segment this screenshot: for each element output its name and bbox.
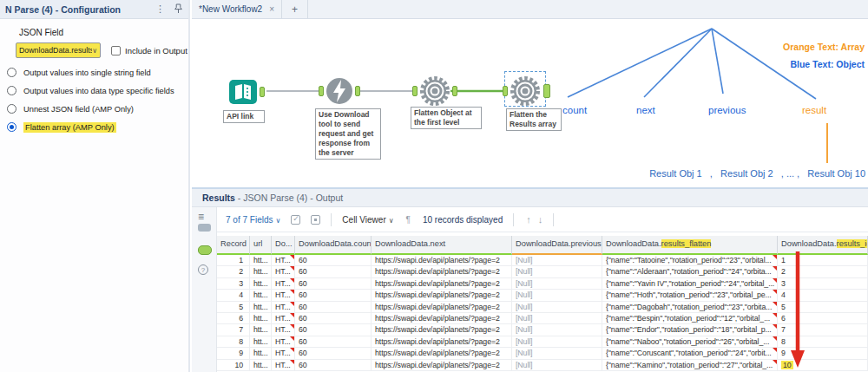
fields-dropdown[interactable]: 7 of 7 Fields∨ [226,215,280,225]
cell-headers[interactable]: HT... [272,302,295,312]
cell-url[interactable]: htt... [250,348,272,358]
whitespace-toggle-icon[interactable]: ¶ [406,215,411,225]
tool-annotation[interactable]: Flatten the Results array [506,108,562,131]
cell-idx[interactable]: 7 [778,324,868,335]
cell-viewer-dropdown[interactable]: Cell Viewer∨ [342,215,393,225]
cell-url[interactable]: htt... [250,266,272,277]
kebab-menu-icon[interactable]: ⋮ [155,3,165,15]
table-row[interactable]: 7htt...HT...60https://swapi.dev/api/plan… [217,324,868,336]
cell-previous[interactable]: [Null] [512,336,602,347]
cell-record[interactable]: 7 [217,324,250,335]
cell-idx[interactable]: 8 [778,336,868,347]
cell-next[interactable]: https://swapi.dev/api/planets/?page=2 [372,336,512,347]
tool-annotation[interactable]: Use Download tool to send request and ge… [315,108,381,160]
column-header-url[interactable]: url [250,236,272,255]
cell-headers[interactable]: HT... [272,336,295,347]
cell-previous[interactable]: [Null] [512,255,602,265]
table-row[interactable]: 5htt...HT...60https://swapi.dev/api/plan… [217,302,868,313]
cell-idx[interactable]: 10 [778,360,868,370]
cell-focus-icon[interactable] [311,215,320,225]
cell-headers[interactable]: HT... [272,290,295,300]
cell-previous[interactable]: [Null] [512,278,602,289]
cell-record[interactable]: 3 [217,278,250,289]
cell-flatten[interactable]: {"name":"Coruscant","rotation_period":"2… [602,348,778,358]
cell-record[interactable]: 10 [217,360,250,370]
table-row[interactable]: 2htt...HT...60https://swapi.dev/api/plan… [217,266,868,277]
cell-headers[interactable]: HT... [272,266,295,277]
cell-idx[interactable]: 3 [778,278,868,289]
cell-url[interactable]: htt... [250,255,272,265]
cell-record[interactable]: 2 [217,266,250,277]
output-anchor[interactable] [355,86,360,96]
radio-icon[interactable] [7,68,16,77]
radio-option-1[interactable]: Output values into single string field [7,67,183,78]
radio-icon[interactable] [7,122,16,132]
cell-previous[interactable]: [Null] [512,313,602,323]
tab-new-workflow2[interactable]: *New Workflow2 × [192,0,282,18]
cell-next[interactable]: https://swapi.dev/api/planets/?page=2 [372,313,512,323]
table-row[interactable]: 9htt...HT...60https://swapi.dev/api/plan… [217,348,868,359]
select-fields-icon[interactable] [291,215,300,225]
cell-previous[interactable]: [Null] [512,290,602,300]
table-row[interactable]: 1htt...HT...60https://swapi.dev/api/plan… [217,255,868,266]
cell-previous[interactable]: [Null] [512,360,602,370]
column-header-idx[interactable]: DownloadData.results_idx [778,236,868,255]
cell-flatten[interactable]: {"name":"Kamino","rotation_period":"27",… [602,360,778,370]
cell-previous[interactable]: [Null] [512,348,602,358]
cell-count[interactable]: 60 [295,290,372,300]
column-header-record[interactable]: Record [217,236,250,255]
cell-url[interactable]: htt... [250,290,272,300]
table-row[interactable]: 6htt...HT...60https://swapi.dev/api/plan… [217,313,868,324]
scroll-down-icon[interactable]: ↓ [538,214,543,225]
cell-next[interactable]: https://swapi.dev/api/planets/?page=2 [372,290,512,300]
tool-download[interactable] [325,76,354,109]
cell-url[interactable]: htt... [250,313,272,323]
metadata-icon[interactable]: ≡ [198,212,204,221]
cell-flatten[interactable]: {"name":"Hoth","rotation_period":"23","o… [602,290,778,300]
cell-headers[interactable]: HT... [272,313,295,323]
input-anchor[interactable] [319,86,324,96]
cell-next[interactable]: https://swapi.dev/api/planets/?page=2 [372,278,512,289]
cell-next[interactable]: https://swapi.dev/api/planets/?page=2 [372,255,512,265]
column-header-count[interactable]: DownloadData.count [295,236,372,255]
cell-headers[interactable]: HT... [272,278,295,289]
cell-count[interactable]: 60 [295,336,372,347]
cell-previous[interactable]: [Null] [512,266,602,277]
cell-next[interactable]: https://swapi.dev/api/planets/?page=2 [372,360,512,370]
pin-icon[interactable] [174,3,183,16]
radio-option-3[interactable]: Unnest JSON field (AMP Only) [7,103,183,114]
cell-record[interactable]: 4 [217,290,250,300]
cell-headers[interactable]: HT... [272,324,295,335]
output-anchor[interactable] [543,84,550,98]
input-anchor[interactable] [503,86,508,96]
cell-count[interactable]: 60 [295,255,372,265]
cell-next[interactable]: https://swapi.dev/api/planets/?page=2 [372,324,512,335]
cell-count[interactable]: 60 [295,324,372,335]
cell-record[interactable]: 5 [217,302,250,312]
cell-flatten[interactable]: {"name":"Dagobah","rotation_period":"23"… [602,302,778,312]
cell-previous[interactable]: [Null] [512,324,602,335]
cell-record[interactable]: 9 [217,348,250,358]
cell-count[interactable]: 60 [295,313,372,323]
cell-url[interactable]: htt... [250,302,272,312]
radio-icon[interactable] [7,86,16,95]
tool-annotation[interactable]: API link [223,110,265,123]
table-row[interactable]: 4htt...HT...60https://swapi.dev/api/plan… [217,290,868,301]
cell-idx[interactable]: 4 [778,290,868,300]
json-field-dropdown[interactable]: DownloadData.results ∨ [16,42,101,58]
tool-text-input[interactable] [227,76,259,111]
help-icon[interactable]: ? [198,264,208,275]
cell-headers[interactable]: HT... [272,360,295,370]
cell-url[interactable]: htt... [250,360,272,370]
tab-close-icon[interactable]: × [269,4,274,14]
cell-flatten[interactable]: {"name":"Tatooine","rotation_period":"23… [602,255,778,265]
output-anchor[interactable] [452,86,457,96]
cell-count[interactable]: 60 [295,266,372,277]
tool-annotation[interactable]: Flatten Object at the first level [411,107,482,129]
cell-next[interactable]: https://swapi.dev/api/planets/?page=2 [372,302,512,312]
cell-count[interactable]: 60 [295,302,372,312]
cell-flatten[interactable]: {"name":"Naboo","rotation_period":"26","… [602,336,778,347]
radio-option-2[interactable]: Output values into data type specific fi… [7,85,183,96]
cell-idx[interactable]: 9 [778,348,868,358]
cell-record[interactable]: 6 [217,313,250,323]
